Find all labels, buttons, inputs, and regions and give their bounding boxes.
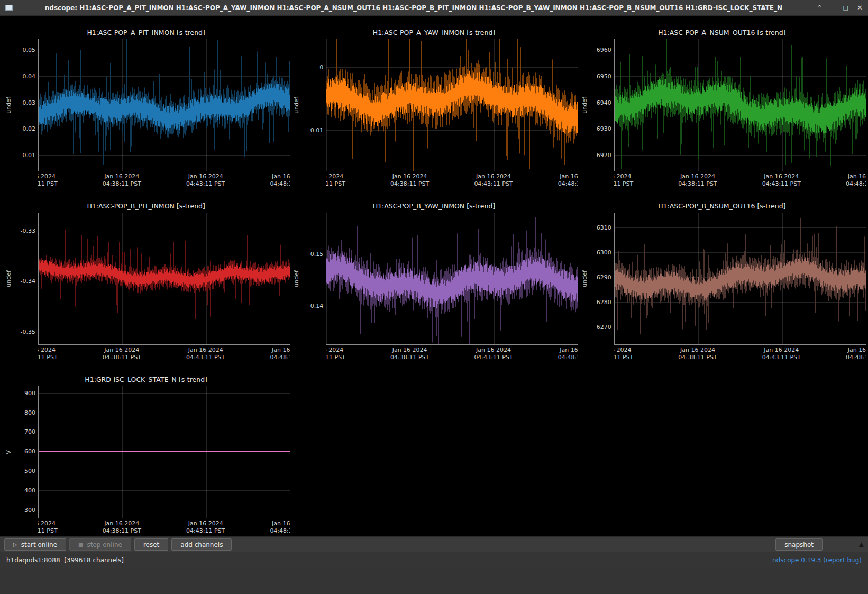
x-tick-label: Jan 16 202404:33:11 PST	[326, 346, 345, 362]
plot-area[interactable]	[614, 39, 866, 171]
y-tick-label: -0.34	[21, 278, 35, 285]
titlebar[interactable]: ndscope: H1:ASC-POP_A_PIT_INMON H1:ASC-P…	[0, 0, 868, 16]
y-axis-label: undef	[2, 213, 15, 345]
plot-title: H1:ASC-POP_B_PIT_INMON [s-trend]	[2, 189, 290, 213]
x-tick-label: Jan 16 202404:38:11 PST	[678, 346, 717, 362]
minimize-icon[interactable]: –	[831, 4, 835, 11]
plot-body: undef69206930694069506960	[578, 39, 866, 171]
x-tick-label: Jan 16 202404:48:11 PST	[846, 346, 866, 362]
plot-cell-3[interactable]: H1:ASC-POP_A_NSUM_OUT16 [s-trend]undef69…	[578, 16, 866, 189]
x-tick-label: Jan 16 202404:33:11 PST	[326, 173, 345, 188]
y-axis-ticks: 62706280629063006310	[591, 213, 614, 345]
plot-canvas[interactable]	[326, 39, 578, 171]
snapshot-button[interactable]: snapshot	[775, 538, 823, 551]
y-tick-label: 0.15	[310, 251, 324, 258]
stop-online-label: stop online	[87, 541, 122, 549]
plot-canvas[interactable]	[615, 39, 866, 171]
stop-icon: ■	[78, 542, 83, 547]
y-axis-ticks: 69206930694069506960	[591, 39, 614, 171]
x-tick-label: Jan 16 202404:38:11 PST	[390, 173, 429, 188]
plot-canvas[interactable]	[615, 213, 866, 344]
x-tick-label: Jan 16 202404:48:11 PST	[846, 173, 866, 188]
y-tick-label: -0.35	[21, 328, 35, 335]
add-channels-label: add channels	[180, 541, 223, 549]
plot-title: H1:ASC-POP_B_YAW_INMON [s-trend]	[290, 189, 578, 213]
expand-arrow-icon[interactable]: ▲	[859, 541, 864, 547]
plot-area[interactable]	[326, 213, 578, 345]
plot-cell-7[interactable]: H1:GRD-ISC_LOCK_STATE_N [s-trend]V300400…	[2, 363, 290, 536]
add-channels-button[interactable]: add channels	[171, 538, 232, 551]
plot-body: undef-0.33-0.34-0.35	[2, 213, 290, 345]
plot-area[interactable]	[38, 39, 290, 171]
y-tick-label: 0.04	[23, 72, 36, 79]
y-tick-label: 300	[24, 506, 35, 513]
stop-online-button[interactable]: ■ stop online	[69, 538, 131, 551]
y-tick-label: 0.01	[23, 152, 36, 159]
plot-body: undef0-0.01	[290, 39, 578, 171]
y-axis-ticks: 300400500600700800900	[15, 386, 38, 518]
plot-cell-2[interactable]: H1:ASC-POP_A_YAW_INMON [s-trend]undef0-0…	[290, 16, 578, 189]
plot-body: undef62706280629063006310	[578, 213, 866, 345]
plot-canvas[interactable]	[39, 39, 290, 171]
x-tick-label: Jan 16 202404:33:11 PST	[614, 346, 634, 362]
x-tick-label: Jan 16 202404:48:11 PST	[270, 173, 290, 188]
plot-canvas[interactable]	[39, 213, 290, 344]
plot-title: H1:ASC-POP_A_PIT_INMON [s-trend]	[2, 16, 290, 39]
plot-canvas[interactable]	[39, 386, 290, 518]
y-tick-label: 400	[24, 487, 35, 494]
version-link[interactable]: 0.19.3	[801, 556, 821, 564]
x-tick-label: Jan 16 202404:43:11 PST	[762, 346, 801, 362]
shade-icon[interactable]: ⌃	[817, 4, 823, 11]
y-axis-ticks: 0.010.020.030.040.05	[15, 39, 38, 171]
plot-title: H1:ASC-POP_A_NSUM_OUT16 [s-trend]	[578, 16, 866, 39]
plot-cell-5[interactable]: H1:ASC-POP_B_YAW_INMON [s-trend]undef0.1…	[290, 189, 578, 363]
close-icon[interactable]: ✕	[857, 4, 863, 11]
y-tick-label: 700	[24, 428, 35, 435]
y-tick-label: 600	[24, 448, 35, 455]
window-controls: ⌃ – ◻ ✕	[817, 4, 863, 11]
y-tick-label: 0.14	[310, 302, 324, 309]
plot-area[interactable]	[614, 213, 866, 345]
plot-area[interactable]	[38, 213, 290, 345]
x-tick-label: Jan 16 202404:33:11 PST	[38, 173, 58, 188]
window-bottom-margin	[0, 568, 868, 594]
y-tick-label: 6290	[597, 274, 611, 281]
y-tick-label: 6920	[597, 152, 611, 159]
y-tick-label: 6270	[597, 324, 611, 331]
y-tick-label: -0.33	[21, 227, 35, 234]
plot-cell-4[interactable]: H1:ASC-POP_B_PIT_INMON [s-trend]undef-0.…	[2, 189, 290, 363]
plot-cell-6[interactable]: H1:ASC-POP_B_NSUM_OUT16 [s-trend]undef62…	[578, 189, 866, 363]
play-icon: ▷	[13, 542, 17, 547]
y-tick-label: 0	[319, 64, 323, 71]
snapshot-label: snapshot	[784, 541, 814, 549]
y-axis-label: undef	[2, 39, 15, 171]
y-tick-label: -0.01	[308, 126, 323, 133]
x-tick-label: Jan 16 202404:43:11 PST	[186, 346, 225, 362]
maximize-icon[interactable]: ◻	[843, 4, 848, 11]
start-online-label: start online	[21, 541, 57, 549]
y-tick-label: 900	[24, 389, 35, 396]
plot-area[interactable]	[326, 39, 578, 171]
x-axis-ticks: Jan 16 202404:33:11 PSTJan 16 202404:38:…	[614, 171, 866, 189]
y-tick-label: 0.03	[23, 99, 36, 106]
reset-label: reset	[143, 541, 159, 549]
start-online-button[interactable]: ▷ start online	[4, 538, 66, 551]
x-axis-ticks: Jan 16 202404:33:11 PSTJan 16 202404:38:…	[38, 345, 290, 363]
ndscope-link[interactable]: ndscope	[772, 556, 799, 564]
x-axis-ticks: Jan 16 202404:33:11 PSTJan 16 202404:38:…	[326, 171, 578, 189]
x-axis-ticks: Jan 16 202404:33:11 PSTJan 16 202404:38:…	[326, 345, 578, 363]
report-bug-link[interactable]: (report bug)	[823, 556, 862, 564]
plot-area[interactable]	[38, 386, 290, 518]
x-tick-label: Jan 16 202404:43:11 PST	[474, 173, 513, 188]
reset-button[interactable]: reset	[134, 538, 168, 551]
y-axis-ticks: -0.33-0.34-0.35	[15, 213, 38, 345]
x-tick-label: Jan 16 202404:38:11 PST	[103, 173, 141, 188]
plot-cell-1[interactable]: H1:ASC-POP_A_PIT_INMON [s-trend]undef0.0…	[2, 16, 290, 189]
y-axis-ticks: 0.150.14	[303, 213, 326, 345]
plot-canvas[interactable]	[326, 213, 578, 344]
y-axis-label: undef	[578, 39, 591, 171]
x-tick-label: Jan 16 202404:38:11 PST	[390, 346, 429, 362]
x-tick-label: Jan 16 202404:43:11 PST	[762, 173, 801, 188]
plot-body: undef0.010.020.030.040.05	[2, 39, 290, 171]
x-tick-label: Jan 16 202404:48:11 PST	[270, 346, 290, 362]
